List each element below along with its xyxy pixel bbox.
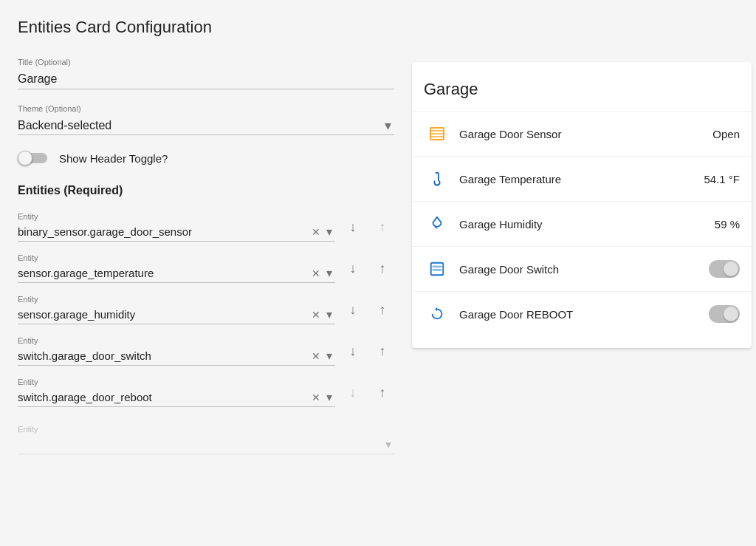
entity-field-3: Entity ✕ ▾ [18, 336, 335, 366]
header-toggle-row: Show Header Toggle? [18, 150, 394, 166]
left-panel: Entities Card Configuration Title (Optio… [18, 18, 394, 528]
empty-entity-dropdown[interactable]: ▾ [382, 436, 394, 453]
empty-entity-row: Entity ▾ [18, 425, 394, 454]
title-label: Title (Optional) [18, 58, 394, 66]
entity-label-2: Entity [18, 295, 335, 304]
theme-select-wrapper: Backend-selected Default Dark ▾ [18, 116, 394, 135]
reboot-icon [424, 301, 450, 327]
entity-move-down-1[interactable]: ↓ [341, 256, 365, 280]
entity-input-2[interactable] [18, 305, 309, 324]
empty-entity-input-row: ▾ [18, 435, 394, 454]
entity-dropdown-0[interactable]: ▾ [323, 223, 335, 240]
entity-field-4: Entity ✕ ▾ [18, 378, 335, 407]
entity-label-0: Entity [18, 212, 335, 221]
entity-move-up-2[interactable]: ↑ [371, 298, 394, 321]
preview-entity-row-3: Garage Door Switch [412, 246, 752, 291]
entity-move-down-0[interactable]: ↓ [341, 215, 365, 239]
entity-input-1[interactable] [18, 264, 309, 282]
entity-row-4: Entity ✕ ▾ ↓ ↑ [18, 378, 394, 407]
entity-dropdown-2[interactable]: ▾ [323, 306, 335, 323]
preview-card-title: Garage [412, 74, 752, 111]
entity-move-up-4[interactable]: ↑ [371, 381, 394, 404]
entity-clear-3[interactable]: ✕ [309, 349, 323, 364]
temperature-icon [424, 165, 450, 192]
theme-field-group: Theme (Optional) Backend-selected Defaul… [18, 104, 394, 135]
entity-move-up-3[interactable]: ↑ [371, 339, 394, 363]
toggle-thumb [18, 151, 32, 165]
preview-entity-name-2: Garage Humidity [459, 218, 715, 231]
entity-input-row-4: ✕ ▾ [18, 388, 335, 407]
entity-field-1: Entity ✕ ▾ [18, 253, 335, 283]
preview-entity-name-1: Garage Temperature [459, 173, 704, 185]
entity-input-3[interactable] [18, 347, 309, 365]
preview-entity-value-1: 54.1 °F [704, 173, 740, 185]
entity-dropdown-4[interactable]: ▾ [323, 389, 335, 406]
entity-move-up-1[interactable]: ↑ [371, 256, 394, 280]
header-toggle-label: Show Header Toggle? [59, 152, 168, 165]
entity-move-down-2[interactable]: ↓ [341, 298, 365, 321]
preview-entity-row-0: Garage Door Sensor Open [412, 111, 752, 156]
theme-select[interactable]: Backend-selected Default Dark [18, 116, 394, 134]
entity-move-down-3[interactable]: ↓ [341, 339, 365, 363]
entity-input-row-3: ✕ ▾ [18, 347, 335, 366]
entities-section-title: Entities (Required) [18, 184, 394, 197]
preview-entity-name-4: Garage Door REBOOT [459, 308, 709, 321]
entity-field-0: Entity ✕ ▾ [18, 212, 335, 242]
svg-rect-5 [433, 265, 442, 267]
entity-input-row-0: ✕ ▾ [18, 222, 335, 242]
entity-label-4: Entity [18, 378, 335, 386]
entity-clear-4[interactable]: ✕ [309, 390, 323, 405]
preview-toggle-4[interactable] [709, 305, 740, 323]
preview-entity-row-2: Garage Humidity 59 % [412, 201, 752, 246]
entity-label-3: Entity [18, 336, 335, 345]
entity-label-1: Entity [18, 253, 335, 262]
entity-dropdown-3[interactable]: ▾ [323, 347, 335, 364]
door-switch-icon [424, 256, 450, 282]
preview-card: Garage Garage Door Sensor Open [412, 62, 752, 348]
entity-row-2: Entity ✕ ▾ ↓ ↑ [18, 295, 394, 324]
entity-clear-2[interactable]: ✕ [309, 307, 323, 322]
entity-input-0[interactable] [18, 222, 309, 241]
preview-entity-name-0: Garage Door Sensor [459, 128, 712, 140]
empty-entity-label: Entity [18, 425, 394, 434]
theme-label: Theme (Optional) [18, 104, 394, 113]
entity-input-4[interactable] [18, 388, 309, 406]
svg-rect-6 [433, 269, 442, 271]
entity-move-up-0[interactable]: ↑ [371, 215, 394, 239]
entity-move-down-4[interactable]: ↓ [341, 381, 365, 404]
entity-row-1: Entity ✕ ▾ ↓ ↑ [18, 253, 394, 283]
entity-row-3: Entity ✕ ▾ ↓ ↑ [18, 336, 394, 366]
preview-toggle-thumb-4 [724, 307, 738, 321]
humidity-icon [424, 211, 450, 237]
preview-entity-row-1: Garage Temperature 54.1 °F [412, 156, 752, 201]
page-title: Entities Card Configuration [18, 18, 394, 37]
garage-door-icon [424, 120, 450, 147]
entity-input-row-2: ✕ ▾ [18, 305, 335, 324]
entity-clear-1[interactable]: ✕ [309, 266, 323, 281]
entity-field-2: Entity ✕ ▾ [18, 295, 335, 324]
entity-row-0: Entity ✕ ▾ ↓ ↑ [18, 212, 394, 242]
title-input[interactable] [18, 69, 394, 89]
preview-toggle-3[interactable] [709, 260, 740, 278]
entity-dropdown-1[interactable]: ▾ [323, 265, 335, 281]
title-field-group: Title (Optional) [18, 58, 394, 89]
page: Entities Card Configuration Title (Optio… [0, 0, 756, 546]
preview-entity-value-2: 59 % [715, 218, 740, 231]
entity-clear-0[interactable]: ✕ [309, 225, 323, 239]
preview-entity-name-3: Garage Door Switch [459, 263, 709, 276]
preview-entity-value-0: Open [712, 128, 740, 140]
entity-input-row-1: ✕ ▾ [18, 264, 335, 283]
right-panel: Garage Garage Door Sensor Open [412, 18, 752, 528]
preview-toggle-thumb-3 [724, 262, 738, 276]
preview-entity-row-4: Garage Door REBOOT [412, 291, 752, 336]
empty-entity-input[interactable] [18, 435, 382, 454]
header-toggle-switch[interactable] [18, 150, 47, 166]
